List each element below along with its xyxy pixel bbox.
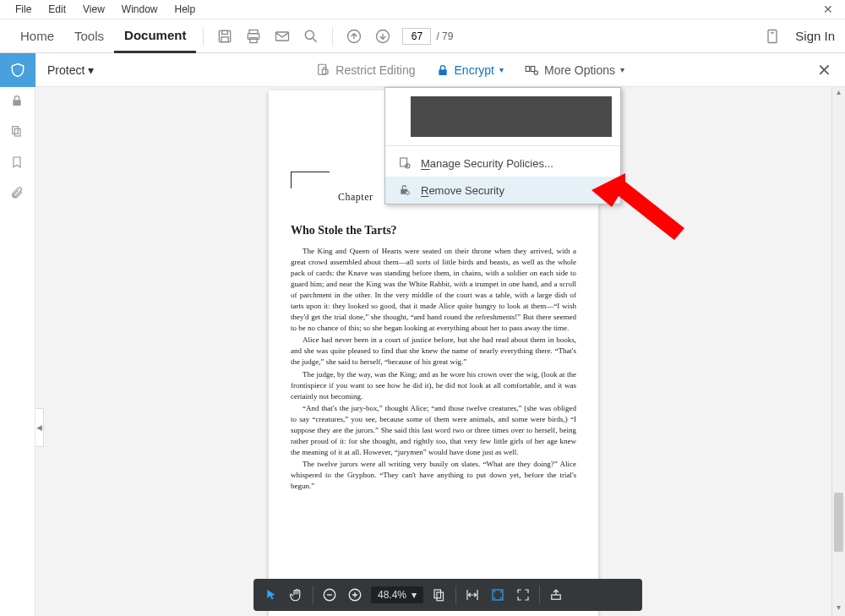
- scroll-up-icon[interactable]: ▴: [832, 87, 845, 101]
- svg-rect-15: [531, 66, 535, 71]
- body-paragraph: “And that's the jury-box,” thought Alice…: [291, 403, 576, 458]
- svg-point-16: [534, 70, 538, 74]
- caret-down-icon: ▾: [88, 63, 94, 77]
- fit-width-icon[interactable]: [463, 586, 482, 604]
- read-mode-icon[interactable]: [547, 586, 565, 604]
- zoom-level-select[interactable]: 48.4% ▾: [371, 586, 423, 603]
- unlock-icon: [397, 183, 412, 198]
- tab-document[interactable]: Document: [114, 19, 196, 53]
- svg-rect-6: [276, 32, 289, 41]
- annotation-arrow-icon: [592, 169, 693, 262]
- fullscreen-icon[interactable]: [514, 586, 532, 604]
- svg-rect-20: [401, 158, 407, 166]
- remove-security-item[interactable]: Remove Security: [385, 177, 620, 204]
- policy-icon: [397, 155, 412, 171]
- svg-rect-17: [13, 100, 20, 106]
- scrollbar-thumb[interactable]: [834, 493, 843, 552]
- vertical-scrollbar[interactable]: ▴ ▾: [831, 87, 845, 616]
- more-options-icon: [524, 63, 539, 78]
- svg-rect-19: [14, 128, 20, 136]
- lock-icon[interactable]: [10, 94, 25, 109]
- protect-shield-icon[interactable]: [0, 53, 35, 87]
- caret-down-icon: ▾: [412, 589, 417, 601]
- zoom-in-icon[interactable]: [346, 586, 364, 604]
- window-close-icon[interactable]: ✕: [818, 3, 838, 16]
- menu-item-label: Manage Security Policies...: [421, 157, 553, 170]
- attachment-icon[interactable]: [10, 185, 25, 200]
- fit-page-icon[interactable]: [430, 586, 449, 604]
- body-paragraph: Alice had never been in a court of justi…: [291, 335, 576, 368]
- svg-rect-2: [221, 36, 228, 41]
- page-down-icon[interactable]: [373, 27, 392, 46]
- save-icon[interactable]: [215, 27, 234, 46]
- chapter-prefix: Chapter: [338, 191, 373, 204]
- signin-device-icon[interactable]: [763, 27, 782, 46]
- mail-icon[interactable]: [273, 27, 292, 46]
- restrict-label: Restrict Editing: [335, 63, 415, 77]
- page-number-input[interactable]: [402, 28, 431, 45]
- protect-label: Protect: [47, 63, 84, 77]
- protect-toolbar: Protect ▾ Restrict Editing Encrypt ▾ Mor…: [0, 53, 845, 87]
- body-paragraph: The judge, by the way, was the King; and…: [291, 369, 576, 402]
- encrypt-button[interactable]: Encrypt ▾: [429, 60, 510, 80]
- lock-icon: [436, 63, 450, 77]
- svg-rect-18: [12, 127, 18, 134]
- menu-item-label: Remove Security: [421, 184, 504, 197]
- caret-down-icon: ▾: [499, 65, 504, 74]
- hand-pan-icon[interactable]: [287, 586, 306, 604]
- thumbnails-icon[interactable]: [10, 124, 25, 139]
- svg-rect-14: [526, 66, 530, 71]
- zoom-out-icon[interactable]: [320, 586, 339, 604]
- more-options-label: More Options: [544, 63, 615, 77]
- view-controls-bar: 48.4% ▾: [254, 579, 642, 611]
- menu-view[interactable]: View: [74, 2, 113, 17]
- bookmark-icon[interactable]: [10, 155, 25, 170]
- svg-marker-24: [592, 173, 684, 240]
- dropdown-redacted-area: [411, 96, 612, 137]
- fit-visible-icon[interactable]: [488, 586, 507, 604]
- encrypt-label: Encrypt: [455, 63, 494, 77]
- body-paragraph: The King and Queen of Hearts were seated…: [291, 246, 576, 334]
- tab-tools[interactable]: Tools: [64, 19, 114, 53]
- more-options-button[interactable]: More Options ▾: [517, 59, 631, 81]
- svg-rect-1: [222, 30, 228, 34]
- svg-rect-12: [323, 69, 329, 74]
- zoom-value: 48.4%: [378, 589, 406, 601]
- menubar: File Edit View Window Help ✕: [0, 0, 845, 19]
- encrypt-dropdown-menu: Manage Security Policies... Remove Secur…: [384, 87, 621, 204]
- svg-rect-28: [437, 592, 444, 601]
- svg-rect-30: [552, 595, 561, 599]
- caret-down-icon: ▾: [620, 65, 624, 74]
- search-icon[interactable]: [302, 27, 320, 46]
- print-icon[interactable]: [244, 27, 263, 46]
- svg-rect-27: [434, 590, 441, 598]
- close-panel-icon[interactable]: ✕: [804, 60, 845, 80]
- menu-help[interactable]: Help: [166, 2, 204, 17]
- manage-security-policies-item[interactable]: Manage Security Policies...: [385, 150, 620, 177]
- selection-cursor-icon[interactable]: [262, 586, 281, 604]
- menu-edit[interactable]: Edit: [40, 2, 74, 17]
- scroll-down-icon[interactable]: ▾: [832, 602, 845, 616]
- svg-point-7: [306, 30, 314, 39]
- menu-file[interactable]: File: [7, 2, 40, 17]
- sign-in-link[interactable]: Sign In: [795, 29, 835, 43]
- page-up-icon[interactable]: [345, 27, 363, 46]
- menu-window[interactable]: Window: [113, 2, 166, 17]
- collapse-handle-icon[interactable]: ◀: [35, 408, 44, 447]
- tab-home[interactable]: Home: [10, 19, 64, 53]
- chapter-title: Who Stole the Tarts?: [291, 224, 576, 237]
- protect-dropdown[interactable]: Protect ▾: [35, 63, 106, 77]
- body-paragraph: The twelve jurors were all writing very …: [291, 459, 576, 492]
- restrict-icon: [315, 63, 330, 78]
- svg-rect-13: [439, 69, 446, 75]
- svg-rect-5: [250, 37, 257, 42]
- left-rail: [0, 87, 35, 616]
- svg-rect-10: [768, 30, 777, 42]
- restrict-editing-button[interactable]: Restrict Editing: [308, 59, 422, 81]
- main-toolbar: Home Tools Document / 79 Sign In: [0, 19, 845, 53]
- page-total: / 79: [436, 30, 453, 42]
